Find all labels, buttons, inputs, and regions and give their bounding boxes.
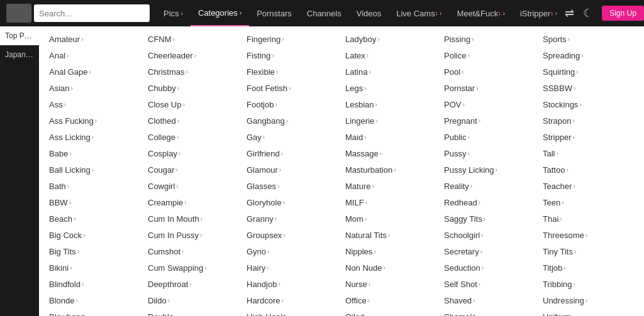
category-item[interactable]: Ass Licking › <box>45 129 144 146</box>
category-item[interactable]: CFNM › <box>144 31 243 48</box>
nav-item-videos[interactable]: Videos <box>349 0 389 26</box>
category-item[interactable]: POV › <box>440 97 539 113</box>
category-item[interactable]: MILF › <box>341 195 440 211</box>
category-item[interactable]: Handjob › <box>243 276 341 293</box>
category-item[interactable]: Tiny Tits › <box>539 244 638 260</box>
category-item[interactable]: Legs › <box>341 80 440 97</box>
category-item[interactable]: Squirting › <box>539 64 638 80</box>
category-item[interactable]: Glamour › <box>243 162 341 178</box>
category-item[interactable]: Natural Tits › <box>341 227 440 244</box>
category-item[interactable]: Nipples › <box>341 244 440 260</box>
category-item[interactable]: Bath › <box>45 178 144 195</box>
nav-item-istripper[interactable]: iStripper1 › <box>513 0 565 26</box>
category-item[interactable]: Deepthroat › <box>144 276 243 293</box>
category-item[interactable]: Saggy Tits › <box>440 211 539 227</box>
category-item[interactable]: Cum In Mouth › <box>144 211 243 227</box>
category-item[interactable]: Granny › <box>243 211 341 227</box>
category-item[interactable]: Pornstar › <box>440 80 539 97</box>
category-item[interactable]: Chubby › <box>144 80 243 97</box>
category-item[interactable]: Fisting › <box>243 48 341 64</box>
nav-item-categories[interactable]: Categories › <box>191 0 249 26</box>
category-item[interactable]: Public › <box>440 129 539 146</box>
category-item[interactable]: Teacher › <box>539 178 638 195</box>
nav-item-pornstars[interactable]: Pornstars <box>249 0 299 26</box>
category-item[interactable]: Masturbation › <box>341 162 440 178</box>
category-item[interactable]: Tribbing › <box>539 276 638 293</box>
category-item[interactable]: Pussy › <box>440 146 539 162</box>
category-item[interactable]: Glasses › <box>243 178 341 195</box>
category-item[interactable]: Pissing › <box>440 31 539 48</box>
nav-item-pics[interactable]: Pics › <box>156 0 191 26</box>
category-item[interactable]: Cougar › <box>144 162 243 178</box>
nav-item-channels[interactable]: Channels <box>299 0 349 26</box>
category-item[interactable]: College › <box>144 129 243 146</box>
category-item[interactable]: Strapon › <box>539 113 638 129</box>
category-item[interactable]: Teen › <box>539 195 638 211</box>
category-item[interactable]: Hardcore › <box>243 293 341 309</box>
category-item[interactable]: Uniform › <box>539 309 638 316</box>
category-item[interactable]: Shemale › <box>440 309 539 316</box>
category-item[interactable]: Oiled › <box>341 309 440 316</box>
category-item[interactable]: Latina › <box>341 64 440 80</box>
sidebar-item-japanese[interactable]: Japanese <box>0 45 39 64</box>
category-item[interactable]: SSBBW › <box>539 80 638 97</box>
category-item[interactable]: Ass › <box>45 97 144 113</box>
category-item[interactable]: Undressing › <box>539 293 638 309</box>
category-item[interactable]: Cum In Pussy › <box>144 227 243 244</box>
category-item[interactable]: Ass Fucking › <box>45 113 144 129</box>
category-item[interactable]: Secretary › <box>440 244 539 260</box>
category-item[interactable]: Cum Swapping › <box>144 260 243 276</box>
category-item[interactable]: Stockings › <box>539 97 638 113</box>
category-item[interactable]: Cheerleader › <box>144 48 243 64</box>
category-item[interactable]: Bikini › <box>45 260 144 276</box>
category-item[interactable]: Clothed › <box>144 113 243 129</box>
sidebar-item-top-porn[interactable]: Top Porn <box>0 26 39 45</box>
category-item[interactable]: Hairy › <box>243 260 341 276</box>
category-item[interactable]: Schoolgirl › <box>440 227 539 244</box>
category-item[interactable]: Spreading › <box>539 48 638 64</box>
category-item[interactable]: Redhead › <box>440 195 539 211</box>
category-item[interactable]: Pregnant › <box>440 113 539 129</box>
category-item[interactable]: Cumshot › <box>144 244 243 260</box>
category-item[interactable]: Flexible › <box>243 64 341 80</box>
category-item[interactable]: Girlfriend › <box>243 146 341 162</box>
category-item[interactable]: Cosplay › <box>144 146 243 162</box>
category-item[interactable]: Massage › <box>341 146 440 162</box>
category-item[interactable]: Maid › <box>341 129 440 146</box>
category-item[interactable]: Stripper › <box>539 129 638 146</box>
category-item[interactable]: Threesome › <box>539 227 638 244</box>
category-item[interactable]: Big Cock › <box>45 227 144 244</box>
category-item[interactable]: Beach › <box>45 211 144 227</box>
category-item[interactable]: Big Tits › <box>45 244 144 260</box>
category-item[interactable]: Double <box>144 309 243 316</box>
category-item[interactable]: Blowbang › <box>45 309 144 316</box>
category-item[interactable]: Reality › <box>440 178 539 195</box>
category-item[interactable]: Foot Fetish › <box>243 80 341 97</box>
category-item[interactable]: Mature › <box>341 178 440 195</box>
category-item[interactable]: Ball Licking › <box>45 162 144 178</box>
category-item[interactable]: Shaved › <box>440 293 539 309</box>
category-item[interactable]: Asian › <box>45 80 144 97</box>
category-item[interactable]: Amateur › <box>45 31 144 48</box>
category-item[interactable]: Titjob › <box>539 260 638 276</box>
signup-button[interactable]: Sign Up <box>602 6 644 21</box>
category-item[interactable]: Pool › <box>440 64 539 80</box>
category-item[interactable]: Blindfold › <box>45 276 144 293</box>
category-item[interactable]: Ladyboy › <box>341 31 440 48</box>
category-item[interactable]: Pussy Licking › <box>440 162 539 178</box>
category-item[interactable]: Sports › <box>539 31 638 48</box>
category-item[interactable]: Lesbian › <box>341 97 440 113</box>
category-item[interactable]: Thai › <box>539 211 638 227</box>
category-item[interactable]: Anal Gape › <box>45 64 144 80</box>
category-item[interactable]: Police › <box>440 48 539 64</box>
category-item[interactable]: Non Nude › <box>341 260 440 276</box>
category-item[interactable]: Tattoo › <box>539 162 638 178</box>
category-item[interactable]: BBW › <box>45 195 144 211</box>
category-item[interactable]: Babe › <box>45 146 144 162</box>
category-item[interactable]: Creampie › <box>144 195 243 211</box>
category-item[interactable]: Self Shot › <box>440 276 539 293</box>
category-item[interactable]: Christmas › <box>144 64 243 80</box>
category-item[interactable]: Mom › <box>341 211 440 227</box>
category-item[interactable]: Anal › <box>45 48 144 64</box>
category-item[interactable]: Gangbang › <box>243 113 341 129</box>
